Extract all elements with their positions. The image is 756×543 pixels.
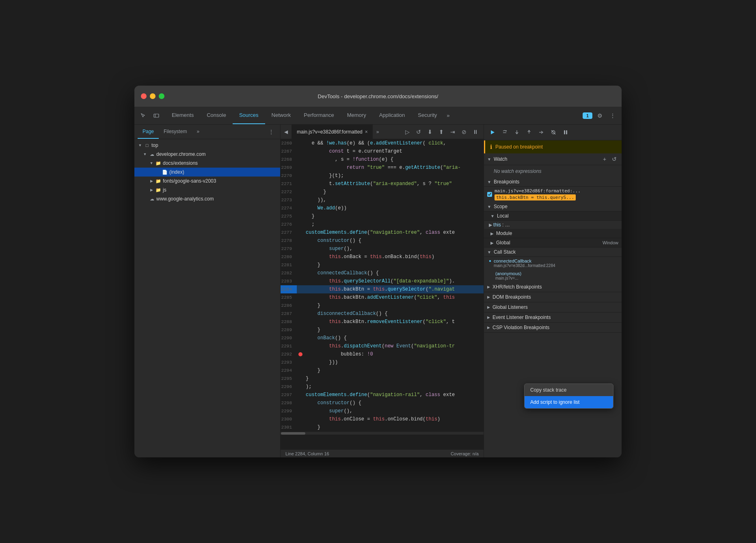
pause-exceptions-button[interactable]: ⏸	[471, 127, 480, 137]
notification-badge: 1	[583, 112, 592, 119]
sidebar-tab-filesystem[interactable]: Filesystem	[159, 125, 192, 139]
tree-arrow-top: ▼	[138, 143, 143, 148]
xhr-breakpoints-header[interactable]: ▶ XHR/fetch Breakpoints	[484, 282, 622, 292]
nav-tabs-overflow[interactable]: »	[443, 112, 453, 119]
tab-memory[interactable]: Memory	[341, 107, 373, 124]
scope-local-header[interactable]: ▼ Local	[484, 211, 622, 221]
tab-elements[interactable]: Elements	[165, 107, 200, 124]
dom-breakpoints-header[interactable]: ▶ DOM Breakpoints	[484, 292, 622, 302]
xhr-breakpoints-title: XHR/fetch Breakpoints	[492, 284, 542, 290]
callstack-item-1[interactable]: ● connectedCallback main.js?v=e382d...fo…	[484, 257, 622, 269]
code-line-2296: 2296 );	[281, 383, 484, 391]
code-area[interactable]: 2260 e && !we.has(e) && (e.addEventListe…	[281, 139, 484, 449]
maximize-button[interactable]	[159, 93, 164, 99]
code-line-2292: 2292 bubbles: !0	[281, 350, 484, 358]
svg-rect-10	[566, 130, 567, 134]
nav-icons-right: 1 ⚙ ⋮	[583, 110, 618, 121]
callstack-detail-1: connectedCallback main.js?v=e382d...form…	[494, 259, 555, 268]
breakpoint-checkbox-1[interactable]	[487, 192, 492, 197]
tree-label-analytics: www.google-analytics.com	[156, 196, 214, 202]
scope-section-header[interactable]: ▼ Scope	[484, 202, 622, 211]
event-listener-bp-header[interactable]: ▶ Event Listener Breakpoints	[484, 312, 622, 323]
tree-label-top: top	[151, 142, 158, 148]
sidebar-more-button[interactable]: ⋮	[266, 126, 277, 138]
tree-arrow-fonts: ▶	[149, 179, 154, 183]
callstack-fn-1: connectedCallback	[494, 259, 555, 263]
folder-icon-fonts: 📁	[156, 178, 161, 184]
breakpoints-section-header[interactable]: ▼ Breakpoints	[484, 177, 622, 187]
callstack-section-header[interactable]: ▼ Call Stack	[484, 248, 622, 257]
horizontal-scrollbar[interactable]	[281, 431, 484, 435]
breakpoint-detail-1: main.js?v=e382d86f:formatted:... this.ba…	[495, 188, 581, 200]
settings-button[interactable]: ⚙	[594, 110, 605, 121]
editor-tab-prev[interactable]: ◀	[281, 125, 292, 139]
debug-step-out-button[interactable]	[524, 127, 534, 138]
tree-item-js[interactable]: ▶ 📁 js	[134, 185, 280, 194]
right-panel-sections: ▼ Watch + ↺ No watch expressions ▼ Break…	[484, 153, 622, 457]
svg-marker-2	[491, 130, 495, 134]
device-toggle-button[interactable]	[151, 110, 162, 121]
watch-add-button[interactable]: +	[600, 155, 609, 163]
watch-actions: + ↺	[600, 155, 618, 163]
tree-item-chrome[interactable]: ▼ ☁ developer.chrome.com	[134, 150, 280, 159]
step-next-button[interactable]: ⇥	[448, 127, 458, 137]
scope-global-header[interactable]: ▶ Global Window	[484, 238, 622, 248]
callstack-item-2[interactable]: (anonymous) main.js?v=...	[484, 269, 622, 282]
nav-tabs: Elements Console Sources Network Perform…	[165, 107, 583, 124]
code-line-2279: 2279 super(),	[281, 245, 484, 253]
run-button[interactable]: ▷	[402, 127, 412, 137]
scope-arrow: ▼	[487, 205, 491, 209]
scrollbar-thumb[interactable]	[281, 432, 305, 435]
code-line-2271: 2271 t.setAttribute("aria-expanded", s ?…	[281, 180, 484, 188]
watch-section-header[interactable]: ▼ Watch + ↺	[484, 153, 622, 165]
dom-breakpoints-title: DOM Breakpoints	[492, 294, 531, 300]
global-listeners-title: Global Listeners	[492, 304, 528, 310]
tree-item-top[interactable]: ▼ □ top	[134, 141, 280, 150]
nav-icons-left	[138, 110, 162, 121]
minimize-button[interactable]	[150, 93, 156, 99]
sidebar-tree: ▼ □ top ▼ ☁ developer.chrome.com ▼ 📁 doc…	[134, 139, 280, 457]
debug-step-button[interactable]	[536, 127, 546, 138]
tree-item-fonts[interactable]: ▶ 📁 fonts/google-sans-v2003	[134, 177, 280, 185]
sidebar-tab-page[interactable]: Page	[138, 125, 159, 139]
scope-module-header[interactable]: ▶ Module	[484, 229, 622, 238]
scope-local-this[interactable]: ▶ this : …	[484, 221, 622, 229]
step-back-button[interactable]: ↺	[414, 127, 423, 137]
code-line-2273: 2273 )),	[281, 196, 484, 204]
close-button[interactable]	[141, 93, 147, 99]
deactivate-button[interactable]: ⊘	[459, 127, 469, 137]
more-options-button[interactable]: ⋮	[607, 110, 618, 121]
code-line-2268: 2268 , s = !function(e) {	[281, 155, 484, 164]
tree-arrow-analytics	[143, 196, 147, 201]
copy-stack-trace-menu-item[interactable]: Copy stack trace	[525, 384, 613, 396]
pause-exceptions-button[interactable]	[560, 127, 571, 138]
step-up-button[interactable]: ⬆	[436, 127, 446, 137]
tab-application[interactable]: Application	[373, 107, 412, 124]
tab-network[interactable]: Network	[265, 107, 298, 124]
frame-icon: □	[144, 142, 150, 148]
editor-tab-close[interactable]: ×	[365, 129, 368, 135]
tree-item-docs[interactable]: ▼ 📁 docs/extensions	[134, 159, 280, 168]
step-down-button[interactable]: ⬇	[425, 127, 435, 137]
code-line-2270: 2270 }(t);	[281, 172, 484, 180]
debug-resume-button[interactable]	[487, 127, 498, 138]
debug-step-over-button[interactable]	[499, 127, 510, 138]
editor-tab-main[interactable]: main.js?v=e382d86f:formatted ×	[292, 125, 373, 139]
folder-icon-js: 📁	[156, 187, 161, 193]
global-listeners-header[interactable]: ▶ Global Listeners	[484, 302, 622, 312]
add-to-ignore-list-menu-item[interactable]: Add script to ignore list	[525, 396, 613, 408]
tab-security[interactable]: Security	[411, 107, 443, 124]
editor-tab-overflow[interactable]: »	[373, 129, 382, 135]
tab-sources[interactable]: Sources	[233, 107, 265, 124]
watch-refresh-button[interactable]: ↺	[610, 155, 618, 163]
csp-violations-header[interactable]: ▶ CSP Violation Breakpoints	[484, 323, 622, 333]
sidebar-tab-overflow[interactable]: »	[192, 125, 204, 139]
inspect-button[interactable]	[138, 110, 149, 121]
deactivate-breakpoints-button[interactable]	[548, 127, 559, 138]
tree-item-analytics[interactable]: ☁ www.google-analytics.com	[134, 194, 280, 203]
breakpoint-item-1[interactable]: main.js?v=e382d86f:formatted:... this.ba…	[484, 187, 622, 202]
tree-item-index[interactable]: 📄 (index)	[134, 168, 280, 177]
tab-console[interactable]: Console	[200, 107, 233, 124]
tab-performance[interactable]: Performance	[297, 107, 340, 124]
debug-step-into-button[interactable]	[512, 127, 522, 138]
